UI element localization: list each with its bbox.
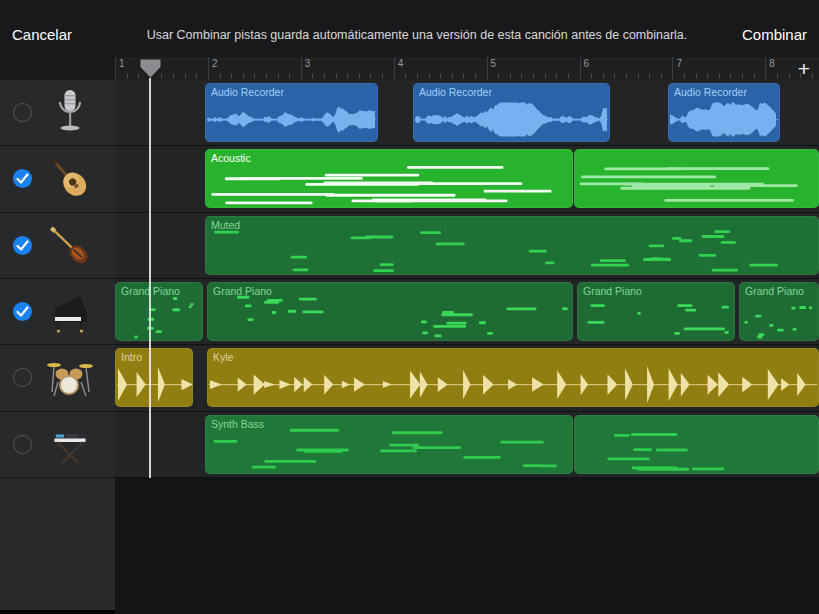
bar-number: 3 bbox=[305, 58, 311, 69]
ruler-tick bbox=[591, 73, 592, 78]
ruler-tick bbox=[568, 73, 569, 78]
garageband-merge-tracks-screen: Cancelar Usar Combinar pistas guarda aut… bbox=[0, 0, 819, 614]
ruler-tick bbox=[231, 73, 232, 78]
ruler-tick bbox=[452, 73, 453, 78]
track-lane-muted: Muted bbox=[115, 213, 819, 279]
ruler-tick bbox=[649, 73, 650, 78]
region-grand-piano[interactable]: Grand Piano bbox=[115, 282, 203, 341]
track-select-checkbox[interactable] bbox=[13, 236, 32, 255]
region-kyle[interactable]: Kyle bbox=[207, 348, 819, 407]
playhead[interactable] bbox=[139, 58, 162, 83]
region-grand-piano[interactable]: Grand Piano bbox=[207, 282, 573, 341]
ruler-tick bbox=[684, 73, 685, 78]
midi-notes bbox=[115, 282, 203, 341]
ruler-tick bbox=[661, 73, 662, 78]
ruler-tick bbox=[545, 73, 546, 78]
playhead-icon bbox=[139, 58, 162, 79]
ruler-tick bbox=[185, 73, 186, 78]
bar-number: 4 bbox=[398, 58, 404, 69]
midi-notes bbox=[207, 282, 573, 341]
ruler-tick bbox=[463, 73, 464, 78]
bar-line bbox=[301, 57, 302, 80]
bar-line bbox=[394, 57, 395, 80]
bass-guitar-icon bbox=[44, 220, 96, 272]
track-select-checkbox[interactable] bbox=[13, 368, 32, 387]
midi-notes bbox=[205, 415, 573, 474]
region-audio-recorder[interactable]: Audio Recorder bbox=[668, 83, 780, 142]
ruler-tick bbox=[603, 73, 604, 78]
track-select-checkbox[interactable] bbox=[13, 103, 32, 122]
region-intro[interactable]: Intro bbox=[115, 348, 193, 407]
ruler-tick bbox=[278, 73, 279, 78]
bar-line bbox=[208, 57, 209, 80]
merge-info-message: Usar Combinar pistas guarda automáticame… bbox=[110, 28, 724, 42]
track-header-drums[interactable] bbox=[0, 345, 115, 411]
region-grand-piano[interactable]: Grand Piano bbox=[739, 282, 819, 341]
ruler-tick bbox=[196, 73, 197, 78]
ruler-tick bbox=[475, 73, 476, 78]
ruler-tick bbox=[638, 73, 639, 78]
track-select-checkbox[interactable] bbox=[13, 435, 32, 454]
bar-number: 6 bbox=[584, 58, 590, 69]
midi-notes bbox=[739, 282, 819, 341]
ruler-tick bbox=[696, 73, 697, 78]
track-select-checkbox[interactable] bbox=[13, 302, 32, 321]
ruler-tick bbox=[312, 73, 313, 78]
bar-number: 1 bbox=[119, 58, 125, 69]
region-part[interactable] bbox=[574, 415, 819, 474]
ruler-tick bbox=[533, 73, 534, 78]
track-lane-drums: IntroKyle bbox=[115, 345, 819, 411]
instrument-icon-box bbox=[44, 352, 96, 404]
ruler-tick bbox=[289, 73, 290, 78]
region-audio-recorder[interactable]: Audio Recorder bbox=[205, 83, 378, 142]
region-muted[interactable]: Muted bbox=[205, 216, 819, 275]
ruler-tick bbox=[324, 73, 325, 78]
ruler-tick bbox=[521, 73, 522, 78]
ruler-tick bbox=[370, 73, 371, 78]
top-bar: Cancelar Usar Combinar pistas guarda aut… bbox=[0, 0, 819, 57]
merge-button[interactable]: Combinar bbox=[742, 26, 807, 43]
check-icon bbox=[13, 236, 32, 255]
region-part[interactable] bbox=[574, 149, 819, 208]
ruler-tick bbox=[127, 73, 128, 78]
ruler-tick bbox=[707, 73, 708, 78]
cancel-button[interactable]: Cancelar bbox=[12, 26, 72, 43]
track-select-checkbox[interactable] bbox=[13, 169, 32, 188]
midi-notes bbox=[574, 149, 819, 208]
bar-number: 2 bbox=[212, 58, 218, 69]
bar-line bbox=[487, 57, 488, 80]
add-bars-button[interactable]: + bbox=[793, 59, 815, 79]
track-header-muted[interactable] bbox=[0, 213, 115, 279]
track-header-grand-piano[interactable] bbox=[0, 279, 115, 345]
ruler-tick bbox=[405, 73, 406, 78]
instrument-icon-box bbox=[44, 286, 96, 338]
ruler-tick bbox=[243, 73, 244, 78]
ruler-tick bbox=[173, 73, 174, 78]
grand-piano-icon bbox=[44, 286, 96, 338]
timeline-ruler[interactable]: 12345678 bbox=[115, 57, 819, 80]
track-lane-acoustic: Acoustic bbox=[115, 146, 819, 212]
ruler-tick bbox=[440, 73, 441, 78]
track-header-column bbox=[0, 80, 115, 610]
ruler-tick bbox=[336, 73, 337, 78]
bar-line bbox=[765, 57, 766, 80]
ruler-tick bbox=[220, 73, 221, 78]
region-synth-bass[interactable]: Synth Bass bbox=[205, 415, 573, 474]
ruler-tick bbox=[754, 73, 755, 78]
ruler-tick bbox=[556, 73, 557, 78]
track-header-audio-recorder[interactable] bbox=[0, 80, 115, 146]
waveform bbox=[207, 348, 819, 407]
check-icon bbox=[13, 302, 32, 321]
track-lane-audio-recorder: Audio RecorderAudio RecorderAudio Record… bbox=[115, 80, 819, 146]
region-acoustic[interactable]: Acoustic bbox=[205, 149, 573, 208]
ruler-tick bbox=[359, 73, 360, 78]
track-header-acoustic[interactable] bbox=[0, 146, 115, 212]
track-header-synth-bass[interactable] bbox=[0, 412, 115, 478]
instrument-icon-box bbox=[44, 220, 96, 272]
instrument-icon-box bbox=[44, 87, 96, 139]
region-grand-piano[interactable]: Grand Piano bbox=[577, 282, 735, 341]
region-audio-recorder[interactable]: Audio Recorder bbox=[413, 83, 610, 142]
ruler-tick bbox=[498, 73, 499, 78]
waveform bbox=[413, 83, 610, 142]
ruler-tick bbox=[719, 73, 720, 78]
